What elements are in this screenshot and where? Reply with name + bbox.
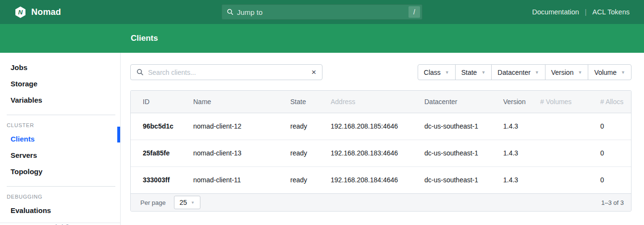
cell-allocs: 0 [588,113,631,140]
clients-table-card: ID Name State Address Datacenter Version… [130,90,632,212]
sidebar-version-footer: v1.4.3 [0,223,120,225]
cell-name: nomad-client-13 [181,140,278,166]
filter-version-dropdown[interactable]: Version ▼ [545,64,589,80]
cell-allocs: 0 [588,140,631,166]
column-header-allocs: # Allocs [588,91,631,113]
cell-id: 333003ff [131,166,181,193]
column-header-volumes: # Volumes [528,91,588,113]
cell-allocs: 0 [588,166,631,193]
table-header-row: ID Name State Address Datacenter Version… [131,91,631,113]
nomad-brand[interactable]: N Nomad [0,6,61,18]
search-icon [227,9,234,15]
per-page-label: Per page [140,199,166,206]
column-header-name[interactable]: Name [181,91,278,113]
jump-to-placeholder: Jump to [237,8,409,16]
page-title: Clients [131,34,158,43]
filter-label: Class [424,69,441,76]
filter-label: Datacenter [497,69,530,76]
cell-datacenter: dc-us-southeast-1 [412,140,491,166]
cell-volumes [528,113,588,140]
page-subheader: Clients [0,24,644,53]
main-content: Search clients... × Class ▼ State ▼ Data… [121,53,644,225]
filter-datacenter-dropdown[interactable]: Datacenter ▼ [491,64,545,80]
filter-state-dropdown[interactable]: State ▼ [455,64,492,80]
sidebar-item-topology[interactable]: Topology [0,167,120,176]
cell-version: 1.4.3 [491,140,528,166]
sidebar-item-jobs[interactable]: Jobs [0,63,120,71]
chevron-down-icon: ▼ [481,70,485,75]
sidebar-section-cluster: CLUSTER [7,122,120,128]
sidebar: Jobs Storage Variables CLUSTER Clients S… [0,53,121,225]
cell-id: 96bc5d1c [131,113,181,140]
active-item-indicator [117,127,120,142]
svg-text:N: N [18,9,23,16]
column-header-version[interactable]: Version [491,91,528,113]
search-icon [136,69,144,76]
cell-state: ready [278,166,319,193]
per-page-value: 25 [180,199,187,206]
cell-datacenter: dc-us-southeast-1 [412,166,491,193]
sidebar-divider [7,115,115,115]
chevron-down-icon: ▼ [445,70,449,75]
chevron-down-icon: ▼ [621,70,625,75]
slash-shortcut-badge: / [409,6,420,18]
column-header-state[interactable]: State [278,91,319,113]
chevron-down-icon: ▼ [535,70,539,75]
sidebar-item-clients[interactable]: Clients [0,135,120,143]
cell-version: 1.4.3 [491,166,528,193]
cell-name: nomad-client-11 [181,166,278,193]
filter-label: Volume [594,69,617,76]
cell-address: 192.168.208.183:4646 [319,140,412,166]
clients-toolbar: Search clients... × Class ▼ State ▼ Data… [130,64,632,80]
sidebar-item-storage[interactable]: Storage [0,80,120,88]
cell-version: 1.4.3 [491,113,528,140]
cell-state: ready [278,140,319,166]
table-row[interactable]: 25fa85fe nomad-client-13 ready 192.168.2… [131,140,631,166]
search-placeholder: Search clients... [148,69,311,76]
cell-id: 25fa85fe [131,140,181,166]
acl-tokens-link[interactable]: ACL Tokens [593,8,630,16]
table-footer: Per page 25 ▼ 1–3 of 3 [131,193,631,211]
filter-label: Version [551,69,574,76]
table-row[interactable]: 333003ff nomad-client-11 ready 192.168.2… [131,166,631,193]
sidebar-item-servers[interactable]: Servers [0,151,120,159]
cell-address: 192.168.208.184:4646 [319,166,412,193]
per-page-select[interactable]: 25 ▼ [174,196,200,209]
cell-volumes [528,166,588,193]
table-row[interactable]: 96bc5d1c nomad-client-12 ready 192.168.2… [131,113,631,140]
navbar-links: Documentation | ACL Tokens [532,8,644,16]
cell-volumes [528,140,588,166]
documentation-link[interactable]: Documentation [532,8,579,16]
filter-bar: Class ▼ State ▼ Datacenter ▼ Version ▼ V… [418,64,632,80]
version-label: v1.4.3 [51,223,69,225]
column-header-datacenter[interactable]: Datacenter [412,91,491,113]
search-clients-input[interactable]: Search clients... × [130,64,322,80]
brand-name: Nomad [31,7,61,17]
jump-to-search-input[interactable]: Jump to / [222,4,422,20]
column-header-address: Address [319,91,412,113]
filter-volume-dropdown[interactable]: Volume ▼ [588,64,632,80]
clients-table: ID Name State Address Datacenter Version… [131,91,631,193]
sidebar-item-evaluations[interactable]: Evaluations [0,206,120,214]
sidebar-section-debugging: DEBUGGING [7,194,120,200]
top-navbar: N Nomad Jump to / Documentation | ACL To… [0,0,644,24]
cell-name: nomad-client-12 [181,113,278,140]
pagination-range: 1–3 of 3 [601,199,624,206]
filter-class-dropdown[interactable]: Class ▼ [418,64,456,80]
cell-address: 192.168.208.185:4646 [319,113,412,140]
link-separator: | [585,8,587,16]
sidebar-divider [7,186,115,187]
cell-datacenter: dc-us-southeast-1 [412,113,491,140]
cell-state: ready [278,113,319,140]
nomad-logo-icon: N [14,6,26,18]
chevron-down-icon: ▼ [578,70,582,75]
filter-label: State [461,69,477,76]
chevron-down-icon: ▼ [191,201,195,205]
column-header-id[interactable]: ID [131,91,181,113]
sidebar-item-variables[interactable]: Variables [0,96,120,104]
clear-search-icon[interactable]: × [311,68,316,76]
